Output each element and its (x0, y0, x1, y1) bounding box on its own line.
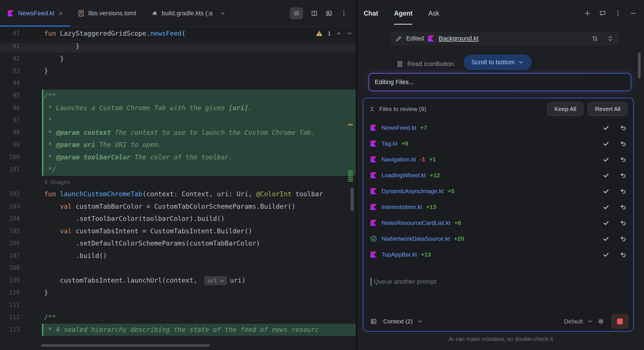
line-number[interactable]: 99 (0, 139, 42, 151)
code-line-text[interactable]: * A sealed hierarchy describing the stat… (42, 324, 356, 336)
collapse-icon[interactable] (369, 106, 375, 112)
context-selector[interactable]: Context (2) (383, 318, 413, 325)
line-number[interactable]: 108 (0, 262, 42, 274)
warning-icon[interactable] (316, 30, 323, 37)
line-number[interactable]: 105 (0, 225, 42, 238)
chevron-down-icon[interactable] (417, 319, 423, 324)
file-row[interactable]: NewsResourceCardList.kt+6 (363, 215, 633, 231)
revert-file-button[interactable] (620, 188, 626, 195)
tab-chat[interactable]: Chat (364, 0, 378, 27)
line-number[interactable]: 91 (0, 40, 42, 53)
approve-file-button[interactable] (603, 204, 609, 210)
code-line-text[interactable]: * Launches a Custom Chrome Tab with the … (42, 102, 356, 114)
code-line[interactable]: 100 * @param toolbarColor The color of t… (0, 151, 356, 164)
code-line-text[interactable]: } (42, 287, 356, 299)
gear-icon[interactable] (598, 318, 604, 325)
minimize-icon[interactable] (630, 10, 637, 17)
line-number[interactable]: 102 (0, 188, 42, 200)
line-number[interactable]: 94 (0, 77, 42, 90)
prompt-input[interactable]: Queue another prompt (371, 274, 626, 290)
code-line[interactable]: 111 (0, 299, 356, 311)
agent-step-read[interactable]: Read IconButton. (397, 57, 456, 71)
line-number[interactable]: 109 (0, 274, 42, 287)
revert-file-button[interactable] (620, 235, 626, 242)
code-line[interactable]: 102fun launchCustomChromeTab(context: Co… (0, 188, 356, 200)
vertical-scrollbar[interactable] (351, 188, 354, 211)
image-icon[interactable] (326, 10, 332, 17)
file-link[interactable]: DynamicAsyncImage.kt (382, 188, 444, 195)
tab-newsfeed[interactable]: NewsFeed.kt × (0, 0, 70, 26)
tab-ask[interactable]: Ask (428, 0, 439, 27)
revert-file-button[interactable] (620, 140, 626, 147)
code-line[interactable]: 97 * (0, 114, 356, 127)
revert-file-button[interactable] (620, 172, 626, 179)
file-row[interactable]: TopAppBar.kt+13 (363, 247, 633, 262)
code-line[interactable]: 99 * @param uri The URI to open. (0, 139, 356, 151)
line-number[interactable]: 98 (0, 127, 42, 139)
code-line[interactable]: 113 * A sealed hierarchy describing the … (0, 324, 356, 336)
line-number[interactable]: 101 (0, 163, 42, 176)
code-line-text[interactable]: .setDefaultColorSchemeParams(customTabBa… (42, 237, 356, 250)
code-line[interactable]: 101 */ (0, 163, 356, 176)
more-icon[interactable] (615, 10, 621, 17)
comment-icon[interactable] (599, 10, 606, 17)
file-link[interactable]: TopAppBar.kt (382, 251, 417, 258)
code-line[interactable]: 91 } (0, 40, 356, 53)
file-link[interactable]: Background.kt (438, 35, 478, 42)
code-line-text[interactable]: * @param toolbarColor The color of the t… (42, 151, 356, 164)
code-line[interactable]: 4 Usages (0, 176, 356, 188)
line-number[interactable]: 92 (0, 53, 42, 65)
file-row[interactable]: Tag.kt+9 (363, 136, 633, 151)
revert-all-button[interactable]: Revert All (588, 102, 628, 116)
file-link[interactable]: NiaNetworkDataSource.kt (382, 235, 450, 242)
code-line[interactable]: 107 .build() (0, 250, 356, 262)
line-number[interactable]: 103 (0, 200, 42, 213)
code-line[interactable]: 104 .setToolbarColor(toolbarColor).build… (0, 213, 356, 225)
line-number[interactable]: 110 (0, 287, 42, 299)
code-line-text[interactable] (42, 262, 356, 274)
chevron-down-icon[interactable] (220, 10, 226, 16)
code-line-text[interactable]: * @param uri The URI to open. (42, 139, 356, 151)
usages-hint[interactable]: 4 Usages (44, 179, 70, 185)
code-line-text[interactable]: } (42, 40, 356, 53)
approve-file-button[interactable] (603, 251, 609, 258)
agent-step-edited[interactable]: Edited Background.kt (390, 32, 619, 45)
chevron-down-icon[interactable] (347, 31, 352, 36)
close-icon[interactable]: × (58, 10, 63, 17)
file-row[interactable]: NewsFeed.kt+7 (363, 120, 633, 136)
unfold-icon[interactable] (607, 35, 614, 42)
line-number[interactable]: 97 (0, 114, 42, 127)
chat-scrollbar[interactable] (638, 52, 641, 78)
file-row[interactable]: LoadingWheel.kt+12 (363, 167, 633, 183)
revert-file-button[interactable] (620, 156, 626, 163)
code-line-text[interactable]: .build() (42, 250, 356, 262)
warning-stripe-mark[interactable] (348, 124, 353, 125)
code-line-text[interactable]: customTabsIntent.launchUrl(context, url … (42, 274, 356, 287)
file-link[interactable]: Tag.kt (382, 140, 397, 147)
approve-file-button[interactable] (603, 156, 609, 163)
code-line[interactable]: 98 * @param context The context to use t… (0, 127, 356, 139)
split-editor-icon[interactable] (311, 10, 318, 17)
approve-file-button[interactable] (603, 140, 609, 147)
file-link[interactable]: LoadingWheel.kt (382, 172, 426, 179)
line-number[interactable] (0, 176, 42, 188)
code-line-text[interactable]: 4 Usages (42, 176, 356, 188)
line-number[interactable]: 112 (0, 311, 42, 324)
revert-file-button[interactable] (620, 204, 626, 210)
file-row[interactable]: InterestsItem.kt+13 (363, 199, 633, 215)
code-line[interactable]: 110} (0, 287, 356, 299)
horizontal-scrollbar[interactable] (41, 344, 210, 347)
file-link[interactable]: Navigation.kt (382, 156, 416, 163)
code-line[interactable]: 105 val customTabsIntent = CustomTabsInt… (0, 225, 356, 238)
code-line[interactable]: 94 (0, 77, 356, 90)
chevron-down-icon[interactable] (587, 319, 593, 324)
code-line-text[interactable]: /** (42, 311, 356, 324)
code-line[interactable]: 106 .setDefaultColorSchemeParams(customT… (0, 237, 356, 250)
tab-libs-versions[interactable]: libs.versions.toml (70, 0, 144, 26)
code-line[interactable]: 96 * Launches a Custom Chrome Tab with t… (0, 102, 356, 114)
file-link[interactable]: NewsFeed.kt (382, 124, 416, 131)
approve-file-button[interactable] (603, 124, 609, 131)
keep-all-button[interactable]: Keep All (547, 102, 583, 116)
code-line-text[interactable]: } (42, 65, 356, 77)
code-line[interactable]: 95/** (0, 89, 356, 102)
